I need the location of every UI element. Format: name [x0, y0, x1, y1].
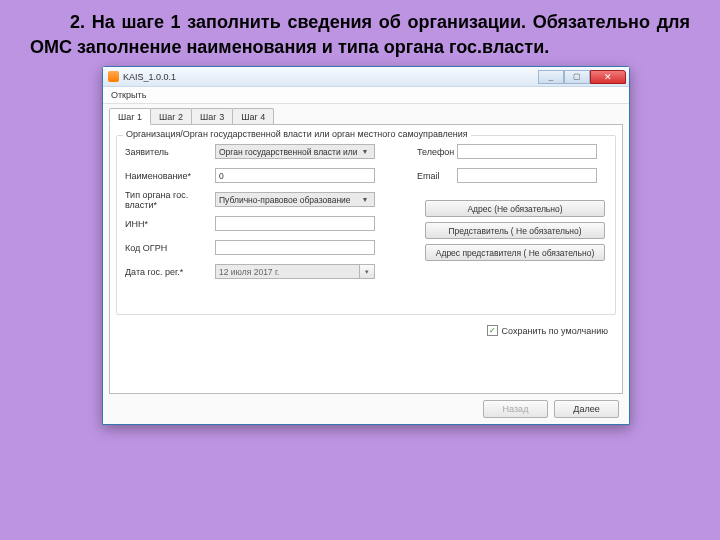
label-ogrn: Код ОГРН	[125, 243, 215, 253]
inn-input[interactable]	[215, 216, 375, 231]
organization-group: Организация/Орган государственной власти…	[116, 135, 616, 315]
form-right-column: Телефон Email Адрес (Не обязательно) Пре…	[407, 144, 607, 288]
applicant-select[interactable]: Орган государственной власти или орг. ▼	[215, 144, 375, 159]
app-icon	[108, 71, 119, 82]
group-legend: Организация/Орган государственной власти…	[123, 129, 471, 139]
minimize-button[interactable]: _	[538, 70, 564, 84]
label-inn: ИНН*	[125, 219, 215, 229]
label-phone: Телефон	[417, 147, 457, 157]
checkbox-checked-icon[interactable]: ✓	[487, 325, 498, 336]
chevron-down-icon: ▼	[359, 148, 371, 155]
label-email: Email	[417, 171, 457, 181]
tab-step-3[interactable]: Шаг 3	[191, 108, 233, 124]
reg-date-input[interactable]: 12 июля 2017 г.	[215, 264, 360, 279]
representative-button[interactable]: Представитель ( Не обязательно)	[425, 222, 605, 239]
titlebar: KAIS_1.0.0.1 _ ▢ ✕	[103, 67, 629, 87]
org-type-select[interactable]: Публично-правовое образование ▼	[215, 192, 375, 207]
tab-step-2[interactable]: Шаг 2	[150, 108, 192, 124]
maximize-button[interactable]: ▢	[564, 70, 590, 84]
menubar: Открыть	[103, 87, 629, 104]
back-button[interactable]: Назад	[483, 400, 548, 418]
instruction-text: 2. На шаге 1 заполнить сведения об орган…	[30, 10, 690, 60]
label-applicant: Заявитель	[125, 147, 215, 157]
tab-page: Организация/Орган государственной власти…	[109, 124, 623, 394]
window-title: KAIS_1.0.0.1	[123, 72, 538, 82]
content-area: Шаг 1 Шаг 2 Шаг 3 Шаг 4 Организация/Орга…	[103, 104, 629, 424]
label-name: Наименование*	[125, 171, 215, 181]
calendar-icon[interactable]: ▾	[360, 264, 375, 279]
close-button[interactable]: ✕	[590, 70, 626, 84]
email-input[interactable]	[457, 168, 597, 183]
save-default-row[interactable]: ✓ Сохранить по умолчанию	[487, 325, 609, 336]
next-button[interactable]: Далее	[554, 400, 619, 418]
tab-step-1[interactable]: Шаг 1	[109, 108, 151, 125]
menu-open[interactable]: Открыть	[111, 90, 146, 100]
rep-address-button[interactable]: Адрес представителя ( Не обязательно)	[425, 244, 605, 261]
phone-input[interactable]	[457, 144, 597, 159]
name-input[interactable]: 0	[215, 168, 375, 183]
form-left-column: Заявитель Орган государственной власти и…	[125, 144, 407, 288]
ogrn-input[interactable]	[215, 240, 375, 255]
app-window: KAIS_1.0.0.1 _ ▢ ✕ Открыть Шаг 1 Шаг 2 Ш…	[102, 66, 630, 425]
tab-strip: Шаг 1 Шаг 2 Шаг 3 Шаг 4	[109, 108, 623, 124]
label-reg-date: Дата гос. рег.*	[125, 267, 215, 277]
address-button[interactable]: Адрес (Не обязательно)	[425, 200, 605, 217]
save-default-label: Сохранить по умолчанию	[502, 326, 609, 336]
tab-step-4[interactable]: Шаг 4	[232, 108, 274, 124]
label-org-type: Тип органа гос. власти*	[125, 190, 215, 210]
chevron-down-icon: ▼	[359, 196, 371, 203]
